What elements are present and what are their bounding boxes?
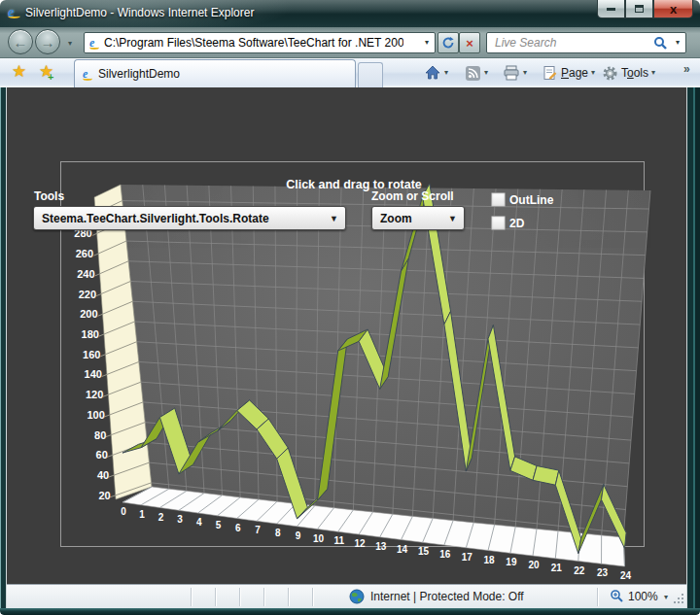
- address-bar[interactable]: e C:\Program Files\Steema Software\TeeCh…: [84, 32, 436, 53]
- search-icon[interactable]: [653, 36, 668, 51]
- zoom-dropdown-icon[interactable]: ▾: [664, 594, 668, 601]
- svg-text:200: 200: [80, 308, 97, 320]
- svg-text:18: 18: [483, 555, 495, 565]
- feeds-button[interactable]: ▾: [465, 63, 488, 83]
- svg-text:6: 6: [235, 523, 241, 533]
- history-dropdown-icon[interactable]: ▾: [68, 40, 72, 48]
- page-menu-button[interactable]: Page ▾: [542, 63, 595, 83]
- svg-text:16: 16: [439, 549, 451, 560]
- tools-combobox[interactable]: Steema.TeeChart.Silverlight.Tools.Rotate…: [33, 206, 346, 230]
- back-arrow-icon: ←: [14, 34, 28, 51]
- tools-dropdown-icon: ▾: [651, 69, 655, 77]
- gear-icon: [602, 65, 618, 82]
- print-dropdown-icon[interactable]: ▾: [523, 69, 527, 77]
- tools-field-label: Tools: [34, 189, 64, 203]
- navigation-bar: ← → ▾ e C:\Program Files\Steema Software…: [0, 27, 700, 58]
- status-separator: [263, 588, 264, 606]
- zoom-level-text[interactable]: 100%: [628, 590, 658, 603]
- tools-label: ols: [634, 66, 648, 80]
- svg-text:22: 22: [574, 565, 585, 576]
- new-tab-button[interactable]: [358, 62, 383, 87]
- plus-icon: +: [48, 69, 53, 85]
- svg-text:12: 12: [355, 538, 367, 549]
- status-separator: [597, 588, 598, 606]
- zoom-combobox-value: Zoom: [372, 212, 448, 225]
- svg-text:40: 40: [97, 469, 109, 481]
- window-title: SilverlightDemo - Windows Internet Explo…: [25, 6, 254, 19]
- svg-text:140: 140: [85, 368, 102, 380]
- outline-checkbox[interactable]: [491, 192, 506, 207]
- tab-silverlightdemo[interactable]: e SilverlightDemo: [74, 59, 356, 87]
- svg-text:0: 0: [121, 506, 126, 517]
- svg-text:5: 5: [216, 520, 222, 530]
- page-label-accel: P: [561, 66, 569, 80]
- 2d-checkbox-label: 2D: [509, 217, 524, 230]
- zoomscroll-field-label: Zoom or Scroll: [371, 189, 454, 203]
- close-button[interactable]: x: [653, 0, 693, 18]
- minimize-icon: [607, 8, 615, 11]
- svg-text:8: 8: [275, 528, 281, 538]
- favorites-star-icon[interactable]: ★: [12, 63, 26, 80]
- svg-text:180: 180: [82, 328, 99, 340]
- svg-text:100: 100: [87, 409, 104, 421]
- search-dropdown-icon[interactable]: ▾: [676, 39, 680, 47]
- svg-text:21: 21: [551, 563, 563, 573]
- rss-icon: [465, 65, 481, 82]
- svg-text:13: 13: [375, 541, 387, 552]
- page-label: age: [569, 66, 588, 80]
- back-button[interactable]: ←: [8, 29, 33, 54]
- tools-menu-button[interactable]: Tools ▾: [602, 63, 655, 83]
- stop-button[interactable]: ×: [459, 32, 480, 53]
- status-separator: [312, 588, 313, 606]
- home-dropdown-icon[interactable]: ▾: [444, 69, 448, 77]
- 2d-checkbox[interactable]: [491, 216, 506, 230]
- tab-bar: ★ ★+ e SilverlightDemo ▾ ▾: [0, 58, 700, 87]
- address-dropdown-icon[interactable]: ▾: [425, 39, 429, 47]
- page-dropdown-icon: ▾: [591, 69, 595, 77]
- browser-window: e SilverlightDemo - Windows Internet Exp…: [0, 0, 700, 615]
- zoom-combobox[interactable]: Zoom ▼: [371, 206, 465, 230]
- svg-text:9: 9: [296, 530, 301, 541]
- svg-text:3: 3: [177, 514, 183, 525]
- stop-icon: ×: [466, 36, 473, 51]
- svg-text:11: 11: [333, 535, 344, 546]
- internet-globe-icon: [349, 589, 365, 604]
- add-favorite-star-icon[interactable]: ★+: [39, 63, 53, 80]
- refresh-button[interactable]: [438, 32, 459, 53]
- page-content: 2040608010012014016018020022024026028030…: [0, 87, 700, 584]
- svg-text:7: 7: [255, 525, 261, 535]
- search-box[interactable]: Live Search ▾: [486, 32, 686, 53]
- address-text[interactable]: C:\Program Files\Steema Software\TeeChar…: [104, 36, 403, 50]
- zoom-magnifier-icon[interactable]: [610, 589, 624, 603]
- forward-button[interactable]: →: [35, 29, 60, 54]
- teechart-canvas[interactable]: 2040608010012014016018020022024026028030…: [0, 87, 700, 584]
- print-button[interactable]: ▾: [503, 63, 527, 83]
- resize-grip[interactable]: [672, 594, 683, 605]
- tools-label-accel: o: [627, 66, 634, 80]
- maximize-icon: [635, 5, 644, 13]
- svg-text:1: 1: [139, 509, 145, 520]
- svg-text:14: 14: [397, 544, 408, 555]
- window-frame-bottom: [0, 608, 700, 615]
- search-placeholder[interactable]: Live Search: [487, 36, 653, 50]
- security-zone-text: Internet | Protected Mode: Off: [370, 590, 524, 603]
- status-separator: [191, 588, 192, 606]
- window-frame-left: [0, 87, 7, 608]
- feeds-dropdown-icon[interactable]: ▾: [484, 69, 488, 77]
- svg-text:2: 2: [158, 512, 164, 523]
- svg-text:60: 60: [96, 449, 108, 461]
- close-icon: x: [670, 3, 677, 16]
- status-separator: [215, 588, 216, 606]
- svg-text:23: 23: [597, 567, 609, 578]
- home-button[interactable]: ▾: [424, 63, 448, 83]
- svg-text:24: 24: [620, 570, 632, 581]
- title-bar[interactable]: e SilverlightDemo - Windows Internet Exp…: [0, 0, 700, 27]
- tab-label: SilverlightDemo: [98, 67, 180, 81]
- maximize-button[interactable]: [625, 0, 653, 18]
- svg-text:19: 19: [506, 557, 517, 567]
- toolbar-overflow-icon[interactable]: »: [683, 62, 690, 76]
- tools-combobox-value: Steema.TeeChart.Silverlight.Tools.Rotate: [34, 212, 330, 225]
- svg-text:20: 20: [528, 560, 540, 570]
- status-separator: [288, 588, 289, 606]
- minimize-button[interactable]: [597, 0, 625, 18]
